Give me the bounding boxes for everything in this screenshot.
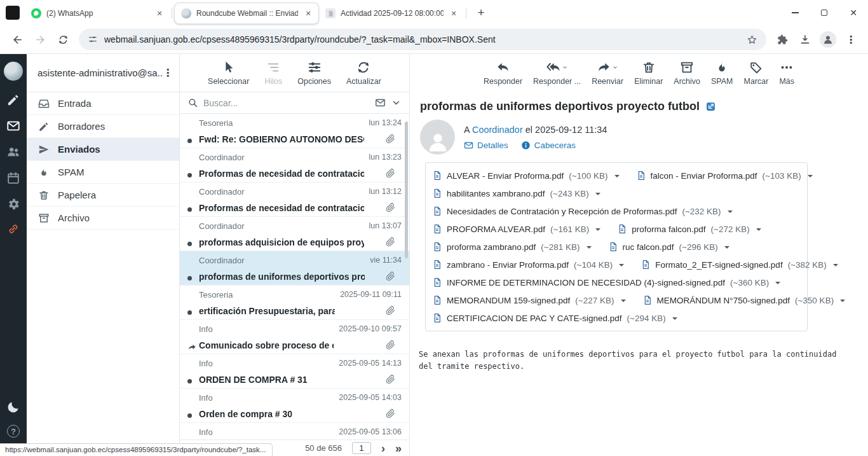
extensions-icon[interactable] bbox=[771, 29, 793, 50]
attachment-name[interactable]: PROFORMA ALVEAR.pdf bbox=[447, 225, 545, 234]
attachment-name[interactable]: MEMORANDUM 159-signed.pdf bbox=[447, 296, 570, 305]
mail-icon[interactable] bbox=[6, 119, 20, 133]
attachment-name[interactable]: proforma zambrano.pdf bbox=[447, 242, 536, 252]
browser-menu-icon[interactable]: ⋮ bbox=[840, 29, 862, 50]
options-button[interactable]: Opciones bbox=[297, 60, 331, 92]
message-list-item[interactable]: Coordinador lun 13:07 proformas adquisic… bbox=[180, 217, 409, 251]
attachment-menu-caret-icon[interactable] bbox=[756, 228, 761, 233]
attachment-menu-caret-icon[interactable] bbox=[595, 228, 600, 233]
attachment-name[interactable]: CERTIFICACION DE PAC Y CATE-signed.pdf bbox=[447, 314, 622, 323]
close-button[interactable]: ✕ bbox=[839, 0, 868, 25]
attachment-menu-caret-icon[interactable] bbox=[595, 193, 600, 198]
folder-item-borradores[interactable]: Borradores bbox=[27, 115, 179, 138]
select-button[interactable]: Seleccionar bbox=[208, 60, 249, 92]
attachment-item[interactable]: proforma falcon.pdf (~272 KB) bbox=[617, 224, 761, 234]
reply-all-caret-icon[interactable] bbox=[562, 64, 568, 71]
url-text[interactable]: webmail.sanjuan.gob.ec/cpsess4895969315/… bbox=[104, 34, 740, 45]
open-in-new-window-icon[interactable] bbox=[705, 101, 716, 112]
attachment-menu-caret-icon[interactable] bbox=[775, 282, 780, 287]
attachment-menu-caret-icon[interactable] bbox=[724, 246, 729, 251]
bookmark-star-icon[interactable] bbox=[747, 34, 757, 45]
attachment-item[interactable]: Formato_2_ET-signed-signed.pdf (~382 KB) bbox=[641, 259, 838, 270]
attachment-item[interactable]: ruc falcon.pdf (~296 KB) bbox=[608, 242, 729, 252]
attachment-name[interactable]: INFORME DE DETERMINACION DE NECESIDAD (4… bbox=[447, 278, 725, 287]
threads-button[interactable]: Hilos bbox=[264, 60, 282, 92]
attachment-name[interactable]: falcon - Enviar Proforma.pdf bbox=[651, 171, 757, 181]
search-scope-mail-icon[interactable] bbox=[375, 97, 386, 108]
attachment-name[interactable]: ALVEAR - Enviar Proforma.pdf bbox=[447, 171, 564, 181]
search-input[interactable] bbox=[203, 98, 370, 108]
minimize-button[interactable] bbox=[780, 0, 810, 25]
folder-item-entrada[interactable]: Entrada bbox=[27, 92, 179, 115]
site-info-icon[interactable] bbox=[88, 34, 98, 45]
calendar-icon[interactable] bbox=[6, 171, 20, 185]
folder-item-archivo[interactable]: Archivo bbox=[27, 207, 179, 230]
search-options-chevron-icon[interactable] bbox=[391, 97, 402, 108]
message-list-item[interactable]: Coordinador vie 11:34 proformas de unifo… bbox=[180, 251, 409, 286]
spam-button[interactable]: SPAM bbox=[711, 60, 733, 92]
tab-whatsapp[interactable]: (2) WhatsApp ✕ bbox=[25, 3, 170, 24]
message-list-item[interactable]: Info 2025-09-05 14:03 Orden de compra # … bbox=[180, 389, 409, 423]
message-list-item[interactable]: Tesoreria 2025-09-11 09:11 ertificación … bbox=[180, 286, 409, 320]
attachment-menu-caret-icon[interactable] bbox=[840, 300, 845, 305]
attachment-name[interactable]: Necesidades de Contratación y Recepción … bbox=[447, 207, 677, 216]
dark-mode-moon-icon[interactable] bbox=[6, 400, 20, 414]
back-button[interactable] bbox=[6, 29, 28, 50]
forward-button[interactable] bbox=[29, 29, 51, 50]
attachment-item[interactable]: ALVEAR - Enviar Proforma.pdf (~100 KB) bbox=[432, 170, 620, 181]
attachment-item[interactable]: MEMORÁNDUM N°750-signed.pdf (~350 KB) bbox=[642, 295, 846, 305]
delete-button[interactable]: Eliminar bbox=[634, 60, 663, 92]
attachment-menu-caret-icon[interactable] bbox=[672, 317, 677, 322]
settings-gear-icon[interactable] bbox=[6, 197, 20, 211]
reload-button[interactable] bbox=[52, 29, 74, 50]
attachment-name[interactable]: habilitantes xambrano.pdf bbox=[447, 189, 545, 198]
list-scrollbar[interactable] bbox=[405, 121, 408, 258]
attachment-name[interactable]: proforma falcon.pdf bbox=[632, 225, 705, 234]
message-list-item[interactable]: Info 2025-09-10 09:57 Comunicado sobre p… bbox=[180, 320, 409, 354]
attachment-item[interactable]: INFORME DE DETERMINACION DE NECESIDAD (4… bbox=[432, 277, 780, 287]
attachment-name[interactable]: MEMORÁNDUM N°750-signed.pdf bbox=[657, 296, 790, 305]
page-number-input[interactable] bbox=[352, 442, 371, 454]
message-list-item[interactable]: Info 2025-09-05 14:13 ORDEN DE COMPRA # … bbox=[180, 354, 409, 389]
last-page-icon[interactable]: » bbox=[395, 443, 402, 454]
refresh-button[interactable]: Actualizar bbox=[346, 60, 381, 92]
attachment-name[interactable]: Formato_2_ET-signed-signed.pdf bbox=[655, 260, 782, 270]
compose-icon[interactable] bbox=[6, 93, 20, 107]
tab-actividad[interactable]: Actividad 2025-09-12 08:00:00 ✕ bbox=[319, 3, 464, 24]
attachment-item[interactable]: habilitantes xambrano.pdf (~243 KB) bbox=[432, 188, 600, 198]
folder-item-spam[interactable]: SPAM bbox=[27, 161, 179, 184]
mark-button[interactable]: Marcar bbox=[744, 60, 769, 92]
attachment-item[interactable]: zambrano - Enviar Proforma.pdf (~104 KB) bbox=[432, 259, 624, 270]
attachment-menu-caret-icon[interactable] bbox=[619, 264, 624, 269]
forward-caret-icon[interactable] bbox=[612, 64, 618, 71]
forward-button[interactable]: Reenviar bbox=[592, 60, 623, 92]
attachment-item[interactable]: falcon - Enviar Proforma.pdf (~103 KB) bbox=[636, 170, 813, 181]
folder-item-papelera[interactable]: Papelera bbox=[27, 184, 179, 207]
maximize-button[interactable] bbox=[810, 0, 839, 25]
tab-roundcube[interactable]: Roundcube Webmail :: Enviados ✕ bbox=[174, 3, 319, 24]
folder-item-enviados[interactable]: Enviados bbox=[27, 138, 179, 161]
message-list-item[interactable]: Tesoreria lun 13:24 Fwd: Re: GOBIERNO AU… bbox=[180, 114, 409, 148]
contacts-icon[interactable] bbox=[6, 145, 20, 159]
address-bar[interactable]: webmail.sanjuan.gob.ec/cpsess4895969315/… bbox=[79, 29, 766, 50]
details-toggle[interactable]: Detalles bbox=[464, 141, 508, 150]
reply-all-button[interactable]: Responder ... bbox=[533, 60, 581, 92]
attachment-item[interactable]: Necesidades de Contratación y Recepción … bbox=[432, 206, 733, 216]
help-icon[interactable]: ? bbox=[7, 425, 20, 438]
message-list-item[interactable]: Coordinador lun 13:23 Proformas de neces… bbox=[180, 148, 409, 183]
tab-close-icon[interactable]: ✕ bbox=[303, 8, 313, 18]
tab-close-icon[interactable]: ✕ bbox=[449, 8, 459, 18]
headers-toggle[interactable]: Cabeceras bbox=[521, 141, 576, 150]
recipient-link[interactable]: Coordinador bbox=[472, 125, 523, 135]
attachment-name[interactable]: ruc falcon.pdf bbox=[623, 242, 674, 252]
reply-button[interactable]: Responder bbox=[484, 60, 522, 92]
attachment-menu-caret-icon[interactable] bbox=[614, 175, 620, 180]
attachment-item[interactable]: CERTIFICACION DE PAC Y CATE-signed.pdf (… bbox=[432, 313, 677, 323]
profile-avatar[interactable] bbox=[817, 29, 839, 50]
attachment-menu-caret-icon[interactable] bbox=[587, 246, 592, 251]
webmail-home-link-icon[interactable] bbox=[8, 223, 19, 235]
more-button[interactable]: Más bbox=[779, 60, 794, 92]
tab-close-icon[interactable]: ✕ bbox=[154, 8, 165, 18]
message-list-item[interactable]: Coordinador lun 13:12 Proformas de neces… bbox=[180, 183, 409, 217]
account-menu-icon[interactable]: ⋮ bbox=[163, 67, 173, 79]
